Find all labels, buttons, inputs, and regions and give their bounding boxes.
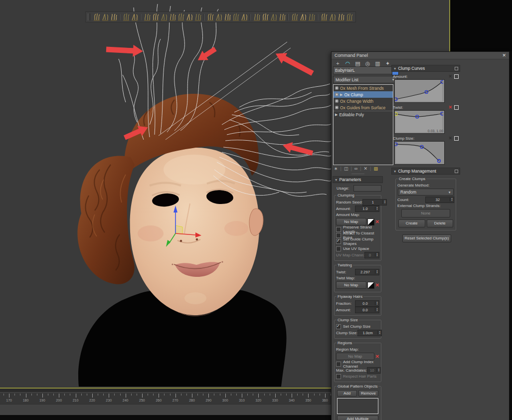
add-multiple-button[interactable]: Add Multiple xyxy=(337,416,378,420)
checkbox[interactable] xyxy=(336,362,341,367)
mesh-from-strands-icon[interactable] xyxy=(252,13,261,21)
count-spinner[interactable]: 32 ▲▼ xyxy=(425,197,454,203)
generate-method-dropdown[interactable]: Random ▼ xyxy=(398,189,454,196)
modifier-ox-guides-from-surface[interactable]: Ox Guides from Surface xyxy=(334,104,393,111)
generate-strand-data-icon[interactable] xyxy=(328,13,337,21)
set-guide-clump-shapes-checkbox[interactable]: Set Guide Clump Shapes xyxy=(336,238,379,244)
delete-clumps-button[interactable]: Delete xyxy=(427,219,454,227)
spinner-arrows-icon[interactable]: ▲▼ xyxy=(375,308,379,312)
random-seed-spinner[interactable]: 1 ▲▼ xyxy=(362,199,387,206)
remove-modifier-icon[interactable]: ✕ xyxy=(364,166,368,172)
guides-from-mesh-icon[interactable] xyxy=(109,13,118,21)
use-uv-space-checkbox[interactable]: Use UV Space xyxy=(336,246,379,251)
remove-map-icon[interactable]: ✕ xyxy=(375,282,379,288)
checkbox[interactable] xyxy=(336,374,341,379)
strand-gravity-icon[interactable] xyxy=(337,13,345,21)
modifier-ox-change-width[interactable]: Ox Change Width xyxy=(334,98,393,104)
expand-curve-icon[interactable] xyxy=(454,74,459,79)
expand-curve-icon[interactable] xyxy=(454,105,459,110)
rollout-pin-icon[interactable] xyxy=(455,67,458,70)
global-patterns-add-button[interactable]: Add xyxy=(337,390,357,397)
checkbox[interactable] xyxy=(336,239,341,244)
rollout-pin-icon[interactable] xyxy=(455,170,458,173)
show-end-result-icon[interactable]: ◫ xyxy=(344,166,348,172)
hair-frizz-icon[interactable] xyxy=(168,13,176,21)
modifier-list-dropdown[interactable]: Modifier List ▼ xyxy=(333,76,397,83)
hair-from-guides-icon[interactable] xyxy=(101,13,109,21)
usage-dropdown[interactable] xyxy=(353,185,381,192)
edit-guides-icon[interactable] xyxy=(122,13,130,21)
surface-comb-icon[interactable] xyxy=(130,13,139,21)
checkbox[interactable] xyxy=(336,233,341,238)
baked-hair-icon[interactable] xyxy=(269,13,278,21)
checkbox[interactable] xyxy=(336,227,341,232)
add-clump-index-checkbox[interactable]: Add Clump Index Channel xyxy=(336,361,379,367)
spinner-arrows-icon[interactable]: ▲▼ xyxy=(375,207,379,210)
curve-editor[interactable] xyxy=(394,141,445,165)
global-patterns-remove-button[interactable]: Remove xyxy=(358,390,378,397)
visibility-icon[interactable] xyxy=(335,99,339,103)
visibility-icon[interactable] xyxy=(335,93,339,96)
rollout-drag-handle[interactable] xyxy=(351,174,364,174)
remove-map-icon[interactable]: ✕ xyxy=(375,219,379,225)
external-strands-none-button[interactable]: None xyxy=(401,209,450,217)
close-icon[interactable]: ✕ xyxy=(502,53,506,58)
spinner-arrows-icon[interactable]: ▲▼ xyxy=(376,368,380,372)
checkbox[interactable] xyxy=(336,246,341,251)
reset-curve-icon[interactable]: ✕ xyxy=(448,136,452,141)
make-unique-icon[interactable]: ∞ xyxy=(354,166,357,172)
hair-dynamics-icon[interactable] xyxy=(307,13,316,21)
modifier-editable-poly[interactable]: ▶Editable Poly xyxy=(334,111,393,118)
object-name-field[interactable]: BabyHairL xyxy=(333,66,393,74)
scatter-tool-icon[interactable] xyxy=(320,13,328,21)
strand-detail-icon[interactable] xyxy=(231,13,240,21)
strand-multiplier-icon[interactable] xyxy=(193,13,202,21)
strand-brush-icon[interactable] xyxy=(143,13,151,21)
command-panel-titlebar[interactable]: Command Panel ✕ xyxy=(332,52,509,59)
ground-strands-icon[interactable] xyxy=(290,13,299,21)
set-clump-size-checkbox[interactable]: Set Clump Size xyxy=(336,324,379,329)
map-gradient-icon[interactable] xyxy=(367,282,374,289)
braid-guides-icon[interactable] xyxy=(206,13,214,21)
resolve-collisions-icon[interactable] xyxy=(345,13,353,21)
checkbox[interactable] xyxy=(336,324,341,329)
map-gradient-icon[interactable] xyxy=(367,218,374,225)
change-width-icon[interactable] xyxy=(240,13,248,21)
modifier-ox-mesh-from-strands[interactable]: Ox Mesh From Strands xyxy=(334,85,393,91)
strand-cut-icon[interactable] xyxy=(151,13,160,21)
strand-animation-icon[interactable] xyxy=(299,13,307,21)
fraction-spinner[interactable]: 0.0 ▲▼ xyxy=(355,300,379,307)
expand-arrow-icon[interactable]: ▶ xyxy=(340,93,342,97)
rollout-parameters[interactable]: ▼ Parameters xyxy=(333,176,383,183)
expand-arrow-icon[interactable]: ▶ xyxy=(335,113,338,117)
spinner-arrows-icon[interactable]: ▲▼ xyxy=(375,270,379,274)
hair-curl-icon[interactable] xyxy=(176,13,185,21)
rollout-clump-management[interactable]: ▼ Clump Management xyxy=(391,168,460,175)
render-settings-icon[interactable] xyxy=(261,13,269,21)
curve-editor[interactable] xyxy=(394,79,445,103)
modifier-ox-clump[interactable]: ▶Ox Clump xyxy=(334,91,393,98)
twist-map-button[interactable]: No Map xyxy=(336,281,366,289)
push-away-from-surface-icon[interactable] xyxy=(223,13,231,21)
visibility-icon[interactable] xyxy=(335,106,339,109)
flyaway-amount-spinner[interactable]: 0.0 ▲▼ xyxy=(355,307,379,313)
toolbar-drag-handle[interactable] xyxy=(88,13,90,20)
reset-selected-clumps-button[interactable]: Reset Selected Clump(s) xyxy=(402,234,451,242)
create-clumps-button[interactable]: Create xyxy=(398,219,425,227)
rollout-clump-curves[interactable]: ▼ Clump Curves xyxy=(391,65,460,72)
configure-modifier-sets-icon[interactable]: ▨ xyxy=(373,166,378,172)
twist-spinner[interactable]: 2.297 ▲▼ xyxy=(355,269,379,275)
spinner-arrows-icon[interactable]: ▲▼ xyxy=(450,198,454,202)
visibility-icon[interactable] xyxy=(335,86,339,90)
strand-length-icon[interactable] xyxy=(185,13,193,21)
strand-symmetry-icon[interactable] xyxy=(278,13,286,21)
max-candidates-spinner[interactable]: 10 ▲▼ xyxy=(367,367,381,374)
mesh-from-strips-icon[interactable] xyxy=(214,13,223,21)
amount-spinner[interactable]: 1.0 ▲▼ xyxy=(355,206,379,212)
spinner-arrows-icon[interactable]: ▲▼ xyxy=(382,200,386,204)
spinner-arrows-icon[interactable]: ▲▼ xyxy=(377,331,381,335)
global-patterns-list[interactable] xyxy=(337,398,378,414)
curve-editor[interactable]: 0.03, 1.00 xyxy=(394,110,445,134)
modifier-stack[interactable]: Ox Mesh From Strands▶Ox ClumpOx Change W… xyxy=(333,84,393,165)
expand-curve-icon[interactable] xyxy=(454,136,459,141)
